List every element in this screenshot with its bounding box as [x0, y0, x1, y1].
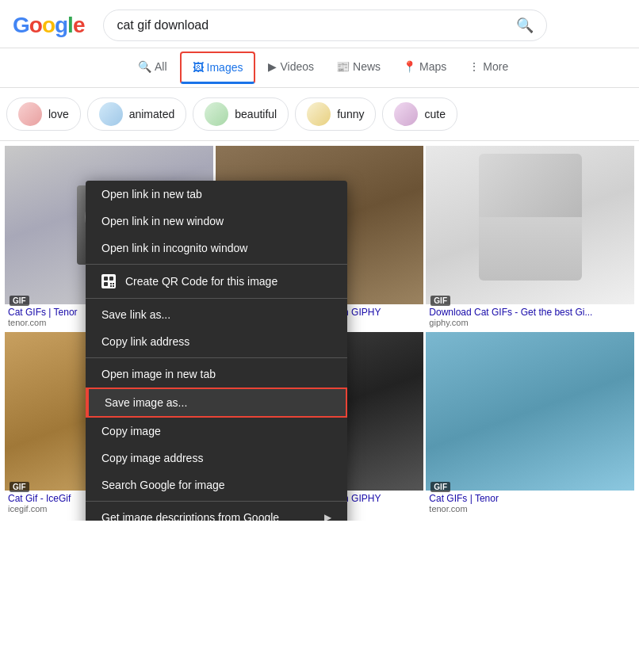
context-divider-4: [86, 501, 347, 502]
tab-videos[interactable]: ▶ Videos: [257, 52, 325, 83]
tab-news-label: News: [353, 60, 381, 73]
suggestion-beautiful-label: beautiful: [235, 108, 277, 120]
gif-badge-6: GIF: [430, 482, 450, 492]
context-menu-item-copy-image[interactable]: Copy image: [86, 418, 347, 445]
suggestion-love-label: love: [48, 108, 69, 120]
tab-news[interactable]: 📰 News: [325, 52, 392, 83]
suggestion-beautiful[interactable]: beautiful: [193, 97, 289, 131]
context-menu-item-open-new-tab[interactable]: Open link in new tab: [86, 181, 347, 208]
tab-all[interactable]: 🔍 All: [127, 52, 178, 83]
all-icon: 🔍: [138, 60, 151, 73]
context-menu-item-open-image[interactable]: Open image in new tab: [86, 361, 347, 388]
suggestions-bar: love animated beautiful funny cute: [0, 88, 639, 141]
images-icon: 🖼: [193, 61, 204, 74]
header: Google 🔍: [0, 0, 639, 48]
tab-images[interactable]: 🖼 Images: [180, 52, 256, 84]
more-icon: ⋮: [469, 60, 480, 73]
context-menu-item-incognito[interactable]: Open link in incognito window: [86, 235, 347, 262]
svg-rect-0: [104, 277, 108, 281]
grid-item-3[interactable]: GIF Download Cat GIFs - Get the best Gi.…: [426, 146, 634, 330]
arrow-icon: ▶: [324, 512, 331, 521]
grid-item-6[interactable]: GIF Cat GIFs | Tenor tenor.com: [426, 332, 634, 516]
image-source-3: giphy.com: [429, 318, 631, 327]
context-menu-item-search-google[interactable]: Search Google for image: [86, 472, 347, 498]
svg-rect-4: [113, 283, 114, 284]
tab-more[interactable]: ⋮ More: [457, 52, 519, 83]
tab-more-label: More: [483, 60, 508, 73]
search-bar: 🔍: [103, 10, 547, 41]
svg-rect-5: [110, 285, 112, 287]
gif-badge-3: GIF: [430, 296, 450, 306]
context-menu-item-save-link[interactable]: Save link as...: [86, 301, 347, 328]
suggestion-animated-label: animated: [129, 108, 175, 120]
tab-all-label: All: [155, 60, 167, 73]
tab-maps[interactable]: 📍 Maps: [392, 52, 457, 83]
tab-maps-label: Maps: [419, 60, 446, 73]
videos-icon: ▶: [268, 60, 277, 73]
context-divider-2: [86, 298, 347, 299]
image-title-6: Cat GIFs | Tenor: [429, 493, 631, 504]
suggestion-love[interactable]: love: [6, 97, 81, 131]
gif-badge-1: GIF: [10, 296, 29, 306]
context-divider-1: [86, 264, 347, 265]
suggestion-cute[interactable]: cute: [382, 97, 457, 131]
qr-icon: [101, 274, 116, 288]
suggestion-funny[interactable]: funny: [295, 97, 376, 131]
nav-tabs: 🔍 All 🖼 Images ▶ Videos 📰 News 📍 Maps ⋮ …: [0, 48, 639, 88]
svg-rect-6: [113, 285, 114, 287]
google-logo[interactable]: Google: [13, 13, 84, 38]
news-icon: 📰: [336, 60, 350, 73]
image-title-3: Download Cat GIFs - Get the best Gi...: [429, 307, 631, 318]
tab-videos-label: Videos: [280, 60, 314, 73]
suggestion-cute-label: cute: [424, 108, 445, 120]
svg-rect-1: [109, 277, 113, 281]
context-menu-item-save-image[interactable]: Save image as...: [86, 388, 347, 418]
search-input[interactable]: [117, 18, 510, 32]
suggestion-animated[interactable]: animated: [87, 97, 187, 131]
tab-images-label: Images: [207, 61, 243, 74]
image-grid-container: GIF Cat GIFs | Tenor tenor.com Cat GIFs …: [0, 141, 639, 521]
suggestion-funny-label: funny: [337, 108, 364, 120]
context-menu-item-image-desc[interactable]: Get image descriptions from Google ▶: [86, 504, 347, 521]
context-divider-3: [86, 357, 347, 358]
gif-badge-4: GIF: [10, 482, 29, 492]
svg-rect-2: [104, 282, 108, 286]
svg-rect-3: [110, 283, 112, 284]
context-menu-item-copy-link[interactable]: Copy link address: [86, 328, 347, 355]
search-icon: 🔍: [516, 17, 534, 34]
context-menu-item-copy-image-address[interactable]: Copy image address: [86, 445, 347, 472]
context-menu: Open link in new tab Open link in new wi…: [86, 181, 347, 521]
context-menu-item-qr[interactable]: Create QR Code for this image: [86, 267, 347, 296]
context-menu-item-open-new-window[interactable]: Open link in new window: [86, 208, 347, 235]
image-source-6: tenor.com: [429, 504, 631, 514]
maps-icon: 📍: [403, 60, 416, 73]
